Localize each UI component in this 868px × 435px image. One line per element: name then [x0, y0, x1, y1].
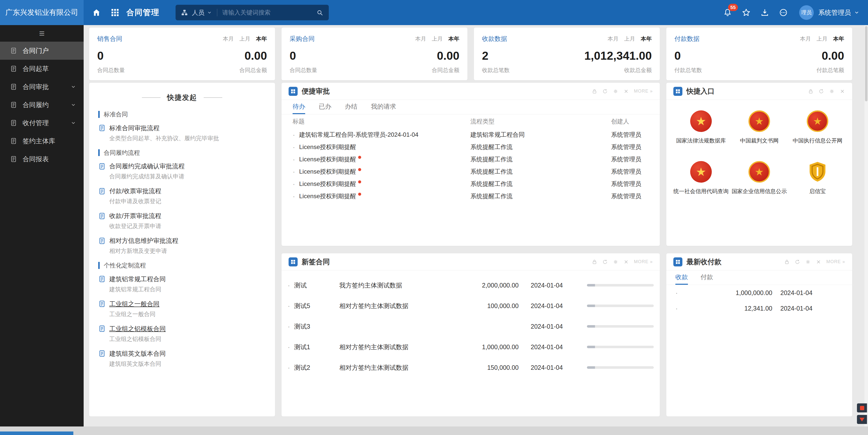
close-icon[interactable]	[840, 89, 845, 94]
org-icon[interactable]	[181, 9, 188, 16]
tab-last-month[interactable]: 上月	[239, 35, 250, 43]
stat-amount: 0.00	[822, 49, 844, 63]
sidebar-item-contract-portal[interactable]: 合同门户	[0, 42, 84, 60]
refresh-icon[interactable]	[795, 259, 800, 265]
item-desc: 工业组之一般合同	[109, 310, 266, 318]
tab-this-year[interactable]: 本年	[448, 35, 459, 43]
quick-start-item[interactable]: 付款/收票审批流程 付款申请及收票登记	[98, 187, 266, 205]
tab-receipts[interactable]: 收款	[675, 270, 688, 285]
refresh-icon[interactable]	[602, 89, 608, 94]
gear-icon[interactable]	[613, 89, 618, 94]
gear-icon[interactable]	[805, 259, 811, 265]
approval-row[interactable]: · License授权到期提醒 系统提醒工作流 系统管理员	[282, 141, 660, 153]
tab-this-year[interactable]: 本年	[641, 35, 652, 43]
tab-done[interactable]: 已办	[319, 100, 331, 114]
horizontal-scrollbar-track[interactable]	[0, 427, 868, 435]
tab-this-month[interactable]: 本月	[223, 35, 234, 43]
contract-row[interactable]: · 测试1 相对方签约主体测试数据 1,000,000.00 2024-01-0…	[287, 337, 654, 357]
horizontal-scrollbar-thumb[interactable]	[0, 432, 73, 435]
lock-icon[interactable]	[592, 259, 597, 265]
notifications-button[interactable]: 55	[722, 7, 733, 18]
tab-closed[interactable]: 办结	[345, 100, 358, 114]
quick-link-qixinbao[interactable]: 启信宝	[788, 161, 847, 195]
sidebar-item-signing-entity-library[interactable]: 签约主体库	[0, 132, 84, 150]
vertical-scrollbar[interactable]	[865, 25, 868, 427]
more-link[interactable]: MORE »	[826, 259, 845, 264]
quick-start-item[interactable]: 工业组之铝模板合同 工业组之铝模板合同	[98, 325, 266, 343]
search-category-dropdown[interactable]: 人员	[192, 8, 212, 17]
sidebar-item-contract-reports[interactable]: 合同报表	[0, 150, 84, 168]
quick-start-item[interactable]: 相对方信息维护审批流程 相对方新增及变更申请	[98, 237, 266, 255]
payment-row[interactable]: · 12,341.00 2024-01-04	[666, 301, 852, 316]
approval-row[interactable]: · License授权到期提醒 系统提醒工作流 系统管理员	[282, 153, 660, 165]
sidebar-item-contract-draft[interactable]: 合同起草	[0, 60, 84, 78]
tab-this-year[interactable]: 本年	[256, 35, 267, 43]
close-icon[interactable]	[623, 259, 629, 265]
scrollbar-thumb[interactable]	[865, 26, 868, 101]
tab-this-month[interactable]: 本月	[800, 35, 811, 43]
contract-name: 测试2	[294, 364, 339, 372]
approval-row[interactable]: · License授权到期提醒 系统提醒工作流 系统管理员	[282, 190, 660, 202]
sidebar-item-payment-management[interactable]: 收付管理	[0, 114, 84, 132]
sidebar-item-contract-performance[interactable]: 合同履约	[0, 96, 84, 114]
item-desc: 付款申请及收票登记	[109, 197, 266, 205]
payment-row[interactable]: · 1,000,000.00 2024-01-04	[666, 285, 852, 301]
tab-last-month[interactable]: 上月	[432, 35, 443, 43]
user-menu[interactable]: 系统管理员	[818, 8, 860, 17]
quick-link-judgment-documents[interactable]: ★ 中国裁判文书网	[730, 110, 788, 144]
lock-icon[interactable]	[808, 89, 813, 94]
bullet-icon: ·	[292, 180, 295, 188]
lock-icon[interactable]	[784, 259, 789, 265]
quick-start-item[interactable]: 收款/开票审批流程 收款登记及开票申请	[98, 212, 266, 230]
contract-row[interactable]: · 测试3 2024-01-04	[287, 316, 654, 337]
approval-row[interactable]: · 建筑铝常规工程合同-系统管理员-2024-01-04 建筑铝常规工程合同 系…	[282, 128, 660, 141]
payment-amount: 12,341.00	[682, 305, 772, 312]
close-icon[interactable]	[623, 89, 629, 94]
tab-todo[interactable]: 待办	[292, 100, 305, 114]
more-link[interactable]: MORE »	[634, 89, 653, 94]
floating-notice-button[interactable]	[857, 403, 867, 412]
refresh-icon[interactable]	[818, 89, 824, 94]
search-category-label: 人员	[192, 8, 205, 17]
tab-payments[interactable]: 付款	[701, 270, 713, 285]
tab-this-month[interactable]: 本月	[608, 35, 619, 43]
tab-this-year[interactable]: 本年	[833, 35, 844, 43]
lock-icon[interactable]	[592, 89, 597, 94]
tab-this-month[interactable]: 本月	[415, 35, 426, 43]
contract-row[interactable]: · 测试2 相对方签约主体测试数据 150,000.00 2024-01-04	[287, 357, 654, 378]
quick-start-item[interactable]: 工业组之一般合同 工业组之一般合同	[98, 300, 266, 318]
quick-start-item[interactable]: 标准合同审批流程 全类型合同起草、补充协议、履约完毕审批	[98, 124, 266, 142]
gear-icon[interactable]	[829, 89, 835, 94]
more-link[interactable]: MORE »	[634, 259, 653, 264]
contract-row[interactable]: · 测试5 相对方签约主体测试数据 100,000.00 2024-01-04	[287, 296, 654, 316]
sidebar-item-contract-approval[interactable]: 合同审批	[0, 78, 84, 96]
sidebar-collapse-button[interactable]: ≡	[0, 25, 84, 42]
more-options-button[interactable]	[778, 7, 789, 18]
quick-start-item[interactable]: 建筑组英文版本合同 建筑组英文版本合同	[98, 349, 266, 368]
quick-link-credit-code-query[interactable]: ★ 统一社会信用代码查询	[672, 161, 730, 195]
tab-last-month[interactable]: 上月	[624, 35, 635, 43]
home-icon[interactable]	[91, 7, 102, 18]
avatar[interactable]: 理员	[799, 5, 814, 20]
refresh-icon[interactable]	[602, 259, 608, 265]
quick-link-enterprise-credit[interactable]: ★ 国家企业信用信息公示	[730, 161, 788, 195]
tab-my-requests[interactable]: 我的请求	[371, 100, 396, 114]
download-button[interactable]	[759, 7, 771, 18]
approval-row[interactable]: · License授权到期提醒 系统提醒工作流 系统管理员	[282, 165, 660, 178]
gear-icon[interactable]	[613, 259, 618, 265]
close-icon[interactable]	[816, 259, 821, 265]
header-actions: 55 理员 系统管理员	[715, 5, 868, 20]
search-input[interactable]	[222, 9, 316, 16]
bullet-icon: ·	[287, 302, 290, 309]
apps-grid-icon[interactable]	[109, 7, 121, 18]
favorites-button[interactable]	[740, 7, 752, 18]
quick-start-item[interactable]: 建筑铝常规工程合同 建筑铝常规工程合同	[98, 275, 266, 293]
quick-start-item[interactable]: 合同履约完成确认审批流程 合同履约完成结算及确认申请	[98, 162, 266, 180]
tab-last-month[interactable]: 上月	[816, 35, 828, 43]
floating-help-button[interactable]	[857, 415, 867, 424]
search-icon[interactable]	[316, 9, 323, 16]
quick-link-laws-database[interactable]: ★ 国家法律法规数据库	[672, 110, 730, 144]
contract-row[interactable]: · 测试 我方签约主体测试数据 2,000,000.00 2024-01-04	[287, 275, 654, 296]
quick-link-enforcement-info[interactable]: ★ 中国执行信息公开网	[788, 110, 847, 144]
approval-row[interactable]: · License授权到期提醒 系统提醒工作流 系统管理员	[282, 178, 660, 190]
